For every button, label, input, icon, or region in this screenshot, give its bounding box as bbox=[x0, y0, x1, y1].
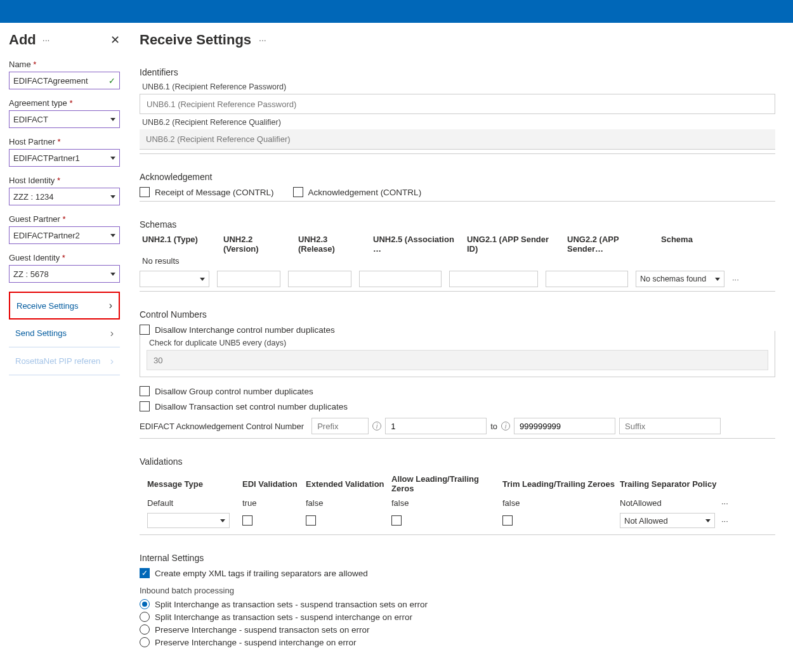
more-icon[interactable]: ··· bbox=[721, 516, 737, 526]
disallow-txn-checkbox[interactable]: Disallow Transaction set control number … bbox=[140, 401, 775, 411]
agreement-type-select[interactable]: EDIFACT bbox=[9, 110, 120, 128]
receive-settings-panel: Receive Settings ··· Identifiers UNB6.1 … bbox=[129, 23, 793, 672]
unb61-label: UNB6.1 (Recipient Reference Password) bbox=[142, 82, 775, 91]
chevron-down-icon bbox=[110, 118, 115, 121]
acn-suffix-input[interactable] bbox=[619, 418, 721, 434]
empty-xml-checkbox[interactable]: ✓Create empty XML tags if trailing separ… bbox=[140, 568, 775, 578]
batch-option-0[interactable]: Split Interchange as transaction sets - … bbox=[140, 599, 775, 609]
chevron-down-icon bbox=[110, 157, 115, 160]
ext-checkbox[interactable] bbox=[306, 515, 316, 526]
edi-checkbox[interactable] bbox=[242, 515, 252, 526]
internal-settings-title: Internal Settings bbox=[140, 553, 775, 563]
chevron-right-icon: › bbox=[110, 356, 114, 367]
agreement-type-label: Agreement type * bbox=[9, 98, 120, 108]
add-panel: Add ··· ✕ Name * EDIFACTAgreement✓ Agree… bbox=[0, 23, 129, 672]
guest-identity-label: Guest Identity * bbox=[9, 253, 120, 262]
batch-option-2[interactable]: Preserve Interchange - suspend transacto… bbox=[140, 624, 775, 635]
unb62-label: UNB6.2 (Recipient Reference Qualifier) bbox=[142, 118, 775, 127]
acknowledgement-section: Acknowledgement Receipt of Message (CONT… bbox=[140, 172, 775, 202]
chevron-down-icon bbox=[110, 195, 115, 198]
batch-option-1[interactable]: Split Interchange as transaction sets - … bbox=[140, 612, 775, 622]
more-icon[interactable]: ··· bbox=[732, 275, 739, 284]
more-icon[interactable]: ··· bbox=[41, 35, 51, 45]
schema-association-input[interactable] bbox=[359, 271, 442, 287]
ack-checkbox[interactable]: Acknowledgement (CONTRL) bbox=[293, 187, 422, 197]
control-numbers-section: Control Numbers Disallow Interchange con… bbox=[140, 309, 775, 439]
more-icon[interactable]: ··· bbox=[258, 35, 268, 45]
receipt-checkbox[interactable]: Receipt of Message (CONTRL) bbox=[140, 187, 274, 197]
page-title: Receive Settings bbox=[140, 32, 251, 48]
validations-row: Defaulttruefalse falsefalseNotAllowed ··… bbox=[140, 496, 775, 510]
unb62-input[interactable] bbox=[140, 129, 775, 150]
host-partner-label: Host Partner * bbox=[9, 137, 120, 146]
host-identity-label: Host Identity * bbox=[9, 176, 120, 185]
host-partner-select[interactable]: EDIFACTPartner1 bbox=[9, 149, 120, 167]
trailing-policy-select[interactable]: Not Allowed bbox=[620, 513, 715, 528]
close-icon[interactable]: ✕ bbox=[110, 33, 120, 47]
acn-from-input[interactable] bbox=[385, 418, 487, 434]
receive-settings-nav[interactable]: Receive Settings› bbox=[9, 292, 120, 320]
no-results-label: No results bbox=[142, 256, 775, 266]
name-field[interactable]: EDIFACTAgreement✓ bbox=[9, 72, 120, 89]
schemas-section: Schemas UNH2.1 (Type) UNH2.2 (Version) U… bbox=[140, 219, 775, 292]
acn-label: EDIFACT Acknowledgement Control Number bbox=[140, 422, 304, 431]
schema-sender-input[interactable] bbox=[546, 271, 628, 287]
chevron-right-icon: › bbox=[109, 300, 112, 311]
internal-settings-section: Internal Settings ✓Create empty XML tags… bbox=[140, 553, 775, 647]
schemas-header: UNH2.1 (Type) UNH2.2 (Version) UNH2.3 (R… bbox=[142, 235, 775, 254]
check-icon: ✓ bbox=[108, 76, 115, 86]
chevron-right-icon: › bbox=[110, 328, 114, 339]
validations-editor-row: Not Allowed ··· bbox=[140, 510, 775, 531]
guest-partner-select[interactable]: EDIFACTPartner2 bbox=[9, 226, 120, 244]
check-days-input[interactable] bbox=[147, 350, 768, 370]
add-title: Add bbox=[9, 32, 36, 48]
identifiers-title: Identifiers bbox=[140, 67, 775, 77]
acn-prefix-input[interactable] bbox=[311, 418, 369, 434]
batch-option-3[interactable]: Preserve Interchange - suspend interchan… bbox=[140, 637, 775, 647]
validations-section: Validations Message TypeEDI ValidationEx… bbox=[140, 456, 775, 535]
batch-label: Inbound batch processing bbox=[140, 586, 775, 595]
guest-identity-select[interactable]: ZZ : 5678 bbox=[9, 265, 120, 283]
schema-row: No schemas found ··· bbox=[140, 271, 775, 287]
acknowledgement-title: Acknowledgement bbox=[140, 172, 775, 182]
schema-version-input[interactable] bbox=[217, 271, 280, 287]
chevron-down-icon bbox=[110, 273, 115, 276]
unb61-input[interactable] bbox=[140, 94, 775, 114]
validations-title: Validations bbox=[140, 456, 775, 467]
schema-select[interactable]: No schemas found bbox=[636, 271, 724, 287]
msgtype-select[interactable] bbox=[147, 513, 230, 528]
check-days-label: Check for duplicate UNB5 every (days) bbox=[149, 339, 768, 347]
info-icon[interactable] bbox=[501, 422, 510, 430]
info-icon[interactable] bbox=[372, 422, 381, 430]
validations-header: Message TypeEDI ValidationExtended Valid… bbox=[140, 472, 775, 496]
name-label: Name * bbox=[9, 60, 120, 69]
to-label: to bbox=[490, 422, 497, 431]
allow-zeros-checkbox[interactable] bbox=[391, 515, 402, 526]
trim-zeros-checkbox[interactable] bbox=[502, 515, 513, 526]
rosettanet-pip-nav[interactable]: RosettaNet PIP referen› bbox=[9, 347, 120, 375]
schemas-title: Schemas bbox=[140, 219, 775, 229]
host-identity-select[interactable]: ZZZ : 1234 bbox=[9, 188, 120, 205]
acn-to-input[interactable] bbox=[514, 418, 615, 434]
schema-type-select[interactable] bbox=[140, 271, 209, 287]
identifiers-section: Identifiers UNB6.1 (Recipient Reference … bbox=[140, 67, 775, 154]
schema-release-input[interactable] bbox=[288, 271, 351, 287]
disallow-group-checkbox[interactable]: Disallow Group control number duplicates bbox=[140, 386, 775, 396]
top-ribbon bbox=[0, 0, 793, 23]
chevron-down-icon bbox=[110, 234, 115, 237]
guest-partner-label: Guest Partner * bbox=[9, 214, 120, 224]
schema-sender-id-input[interactable] bbox=[449, 271, 538, 287]
control-numbers-title: Control Numbers bbox=[140, 309, 775, 320]
send-settings-nav[interactable]: Send Settings› bbox=[9, 320, 120, 347]
more-icon[interactable]: ··· bbox=[721, 498, 737, 508]
